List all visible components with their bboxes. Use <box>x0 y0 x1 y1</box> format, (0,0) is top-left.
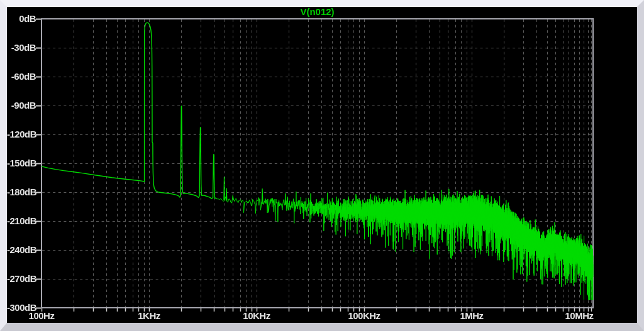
y-tick-label: -60dB <box>7 72 36 82</box>
y-tick-label: -270dB <box>7 274 36 284</box>
x-tick-label: 1MHz <box>447 311 497 321</box>
y-tick-label: 0dB <box>7 14 36 24</box>
fft-plot-canvas[interactable] <box>7 7 637 323</box>
trace-title[interactable]: V(n012) <box>7 7 628 16</box>
y-tick-label: -240dB <box>7 245 36 255</box>
y-tick-label: -180dB <box>7 187 36 197</box>
x-tick-label: 1KHz <box>124 311 174 321</box>
y-tick-label: -210dB <box>7 216 36 226</box>
x-tick-label: 100KHz <box>339 311 389 321</box>
x-tick-label: 10KHz <box>231 311 282 321</box>
waveform-viewer-window: V(n012) 0dB-30dB-60dB-90dB-120dB-150dB-1… <box>0 0 644 331</box>
y-tick-label: -30dB <box>7 43 36 53</box>
x-tick-label: 100Hz <box>16 311 67 321</box>
y-tick-label: -150dB <box>7 158 36 168</box>
y-tick-label: -120dB <box>7 129 36 139</box>
y-tick-label: -90dB <box>7 100 36 111</box>
x-tick-label: 10MHz <box>554 311 604 321</box>
